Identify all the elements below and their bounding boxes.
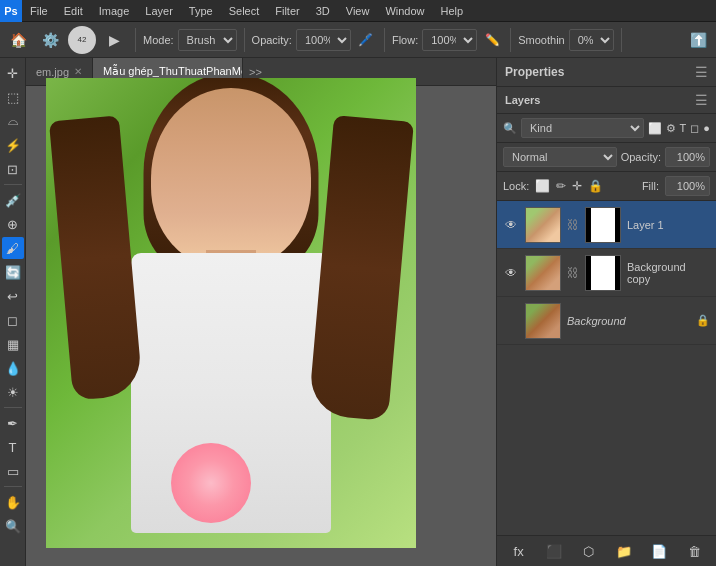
layer-row[interactable]: 👁 Background 🔒 [497, 297, 716, 345]
shape-filter-icon[interactable]: ◻ [690, 122, 699, 135]
zoom-tool[interactable]: 🔍 [2, 515, 24, 537]
layer-row[interactable]: 👁 ⛓ Background copy [497, 249, 716, 297]
add-adjustment-button[interactable]: ⬡ [578, 540, 600, 562]
brush-options-button[interactable]: ⚙️ [36, 26, 64, 54]
panel-header: Properties ☰ [497, 58, 716, 87]
fill-input[interactable] [665, 176, 710, 196]
gradient-tool[interactable]: ▦ [2, 333, 24, 355]
add-mask-button[interactable]: ⬛ [543, 540, 565, 562]
lock-all-icon[interactable]: 🔒 [588, 179, 603, 193]
layer-3-name: Background [567, 315, 690, 327]
layer-row[interactable]: 👁 ⛓ Layer 1 [497, 201, 716, 249]
text-tool[interactable]: T [2, 436, 24, 458]
menu-layer[interactable]: Layer [137, 3, 181, 19]
layer-1-eye[interactable]: 👁 [503, 217, 519, 233]
menu-3d[interactable]: 3D [308, 3, 338, 19]
home-button[interactable]: 🏠 [4, 26, 32, 54]
menu-edit[interactable]: Edit [56, 3, 91, 19]
left-toolbar: ✛ ⬚ ⌓ ⚡ ⊡ 💉 ⊕ 🖌 🔄 ↩ ◻ ▦ 💧 ☀ ✒ T ▭ ✋ 🔍 [0, 58, 26, 566]
tool-sep-1 [4, 184, 22, 185]
add-group-button[interactable]: 📁 [613, 540, 635, 562]
separator-5 [621, 28, 622, 52]
layer-2-mask [585, 255, 621, 291]
history-brush-tool[interactable]: ↩ [2, 285, 24, 307]
layer-1-name: Layer 1 [627, 219, 710, 231]
layer-2-thumb [525, 255, 561, 291]
girl-flower [171, 443, 251, 523]
girl-hair-right [308, 115, 414, 421]
add-layer-button[interactable]: 📄 [648, 540, 670, 562]
menu-view[interactable]: View [338, 3, 378, 19]
canvas-content [26, 58, 496, 566]
smooth-select[interactable]: 0% [569, 29, 614, 51]
menu-image[interactable]: Image [91, 3, 138, 19]
dodge-tool[interactable]: ☀ [2, 381, 24, 403]
layers-title: Layers [505, 94, 540, 106]
layer-icon-row: ⬜ ⚙ T ◻ ● [648, 122, 710, 135]
girl-figure [91, 88, 371, 548]
menu-filter[interactable]: Filter [267, 3, 307, 19]
opacity-label: Opacity: [252, 34, 292, 46]
canvas-area: em.jpg ✕ Mẫu ghép_ThuThuatPhanMem.jpg @ … [26, 58, 496, 566]
panel-menu-icon[interactable]: ☰ [695, 64, 708, 80]
pen-tool[interactable]: ✒ [2, 412, 24, 434]
opacity-input[interactable] [665, 147, 710, 167]
crop-tool[interactable]: ⊡ [2, 158, 24, 180]
lasso-tool[interactable]: ⌓ [2, 110, 24, 132]
separator-2 [244, 28, 245, 52]
brush-preview[interactable]: 42 [68, 26, 96, 54]
mode-select[interactable]: Brush [178, 29, 237, 51]
shape-tool[interactable]: ▭ [2, 460, 24, 482]
lock-position-icon[interactable]: ✏ [556, 179, 566, 193]
kind-select[interactable]: Kind [521, 118, 644, 138]
lock-move-icon[interactable]: ✛ [572, 179, 582, 193]
pressure-flow-icon[interactable]: ✏️ [481, 29, 503, 51]
layer-2-eye[interactable]: 👁 [503, 265, 519, 281]
lock-row: Lock: ⬜ ✏ ✛ 🔒 Fill: [497, 172, 716, 201]
mode-label: Mode: [143, 34, 174, 46]
blur-tool[interactable]: 💧 [2, 357, 24, 379]
text-filter-icon[interactable]: T [680, 122, 687, 134]
app-logo: Ps [0, 0, 22, 22]
blend-row: Normal Opacity: [497, 143, 716, 172]
separator-1 [135, 28, 136, 52]
opacity-label: Opacity: [621, 151, 661, 163]
add-fx-button[interactable]: fx [508, 540, 530, 562]
flow-select[interactable]: 100% [422, 29, 477, 51]
menu-select[interactable]: Select [221, 3, 268, 19]
adjustment-filter-icon[interactable]: ⚙ [666, 122, 676, 135]
menu-window[interactable]: Window [377, 3, 432, 19]
panel-footer: fx ⬛ ⬡ 📁 📄 🗑 [497, 535, 716, 566]
clone-stamp-tool[interactable]: 🔄 [2, 261, 24, 283]
menu-file[interactable]: File [22, 3, 56, 19]
girl-body [131, 253, 331, 533]
brush-tool[interactable]: 🖌 [2, 237, 24, 259]
menu-bar: Ps File Edit Image Layer Type Select Fil… [0, 0, 716, 22]
smart-filter-icon[interactable]: ● [703, 122, 710, 134]
properties-title: Properties [505, 65, 564, 79]
pressure-opacity-icon[interactable]: 🖊️ [355, 29, 377, 51]
blend-mode-select[interactable]: Normal [503, 147, 617, 167]
hand-tool[interactable]: ✋ [2, 491, 24, 513]
layers-panel: Layers ☰ 🔍 Kind ⬜ ⚙ T ◻ ● [497, 87, 716, 566]
tool-sep-3 [4, 486, 22, 487]
opacity-select[interactable]: 100% [296, 29, 351, 51]
layer-1-mask [585, 207, 621, 243]
layer-3-lock-icon: 🔒 [696, 314, 710, 327]
upload-button[interactable]: ⬆️ [684, 26, 712, 54]
eyedropper-tool[interactable]: 💉 [2, 189, 24, 211]
brush-tip-button[interactable]: ▶ [100, 26, 128, 54]
delete-layer-button[interactable]: 🗑 [683, 540, 705, 562]
menu-type[interactable]: Type [181, 3, 221, 19]
eraser-tool[interactable]: ◻ [2, 309, 24, 331]
healing-brush-tool[interactable]: ⊕ [2, 213, 24, 235]
quick-select-tool[interactable]: ⚡ [2, 134, 24, 156]
rectangular-marquee-tool[interactable]: ⬚ [2, 86, 24, 108]
lock-pixel-icon[interactable]: ⬜ [535, 179, 550, 193]
layers-menu-icon[interactable]: ☰ [695, 92, 708, 108]
layer-list: 👁 ⛓ Layer 1 👁 [497, 201, 716, 535]
pixel-filter-icon[interactable]: ⬜ [648, 122, 662, 135]
move-tool[interactable]: ✛ [2, 62, 24, 84]
right-panel: Properties ☰ Layers ☰ 🔍 Kind ⬜ ⚙ T ◻ ● [496, 58, 716, 566]
menu-help[interactable]: Help [433, 3, 472, 19]
